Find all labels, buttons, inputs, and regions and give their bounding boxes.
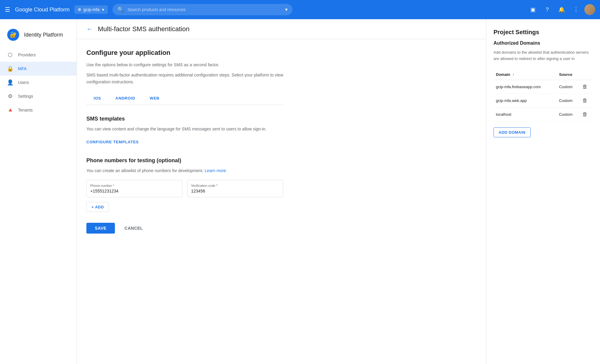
domain-cell: gcip-mfa.web.app <box>494 94 556 107</box>
content-body: Configure your application Use the optio… <box>77 39 293 243</box>
project-dot-icon <box>78 8 81 11</box>
sidebar-navigation: ⬡ Providers 🔒 MFA 👤 Users ⚙ Settings 🔺 T… <box>0 48 76 117</box>
configure-desc2: SMS based multi-factor authentication re… <box>86 72 283 85</box>
table-row: gcip-mfa.firebaseapp.com Custom 🗑 <box>494 80 593 94</box>
help-button[interactable]: ? <box>541 4 553 16</box>
table-row: localhost Custom 🗑 <box>494 107 593 121</box>
platform-tabs: IOS ANDROID WEB <box>86 92 283 105</box>
configure-title: Configure your application <box>86 49 283 57</box>
sms-templates-title: SMS templates <box>86 116 283 122</box>
sort-icon: ↑ <box>512 73 514 77</box>
mfa-icon: 🔒 <box>7 65 13 72</box>
user-avatar[interactable] <box>584 4 595 15</box>
add-phone-button[interactable]: + ADD <box>86 202 109 212</box>
source-cell: Custom <box>556 94 580 107</box>
domain-table-body: gcip-mfa.firebaseapp.com Custom 🗑 gcip-m… <box>494 80 593 121</box>
sms-templates-section: SMS templates You can view content and c… <box>86 116 283 146</box>
verification-code-label: Verification code * <box>191 184 279 187</box>
domain-cell: localhost <box>494 107 556 121</box>
tab-web[interactable]: WEB <box>142 92 167 105</box>
sidebar-header: 🔐 Identity Platform <box>0 24 76 48</box>
actions-column-header <box>580 69 593 80</box>
notifications-button[interactable]: 🔔 <box>556 4 568 16</box>
configure-desc1: Use the options below to configure setti… <box>86 61 283 68</box>
tab-android[interactable]: ANDROID <box>108 92 142 105</box>
cancel-button[interactable]: CANCEL <box>122 223 145 234</box>
sidebar-title: Identity Platform <box>24 32 63 38</box>
action-buttons: SAVE CANCEL <box>86 223 283 234</box>
sidebar-item-users[interactable]: 👤 Users <box>0 76 76 89</box>
learn-more-link[interactable]: Learn more <box>205 168 226 173</box>
top-navigation: ☰ Google Cloud Platform gcip-mfa ▾ 🔍 ▾ ▣… <box>0 0 600 19</box>
sidebar-item-providers[interactable]: ⬡ Providers <box>0 48 76 62</box>
more-button[interactable]: ⋮ <box>570 4 582 16</box>
phone-number-field: Phone number * <box>86 180 182 197</box>
phone-number-input-wrap: Phone number * <box>86 180 182 197</box>
sidebar-item-label-settings: Settings <box>18 94 33 99</box>
project-name: gcip-mfa <box>83 7 100 12</box>
verification-code-input-wrap: Verification code * <box>187 180 283 197</box>
sidebar-item-settings[interactable]: ⚙ Settings <box>0 89 76 103</box>
app-name: Google Cloud Platform <box>15 7 70 13</box>
domain-cell: gcip-mfa.firebaseapp.com <box>494 80 556 94</box>
add-domain-button[interactable]: ADD DOMAIN <box>494 127 531 137</box>
phone-testing-title: Phone numbers for testing (optional) <box>86 157 283 164</box>
authorized-domains-title: Authorized Domains <box>494 40 593 46</box>
source-cell: Custom <box>556 107 580 121</box>
search-bar[interactable]: 🔍 ▾ <box>112 4 292 15</box>
tab-ios[interactable]: IOS <box>86 92 108 105</box>
verification-code-input[interactable] <box>191 189 279 193</box>
page-title: Multi-factor SMS authentication <box>98 25 190 33</box>
project-selector[interactable]: gcip-mfa ▾ <box>74 5 108 14</box>
users-icon: 👤 <box>7 79 13 86</box>
providers-icon: ⬡ <box>7 52 13 58</box>
phone-testing-desc: You can create an allowlist of phone num… <box>86 167 283 174</box>
delete-domain-button[interactable]: 🗑 <box>582 97 588 103</box>
right-panel: Project Settings Authorized Domains Add … <box>486 19 600 364</box>
source-cell: Custom <box>556 80 580 94</box>
project-settings-title: Project Settings <box>494 29 593 36</box>
settings-icon: ⚙ <box>7 93 13 100</box>
search-expand-icon[interactable]: ▾ <box>285 6 288 13</box>
phone-testing-section: Phone numbers for testing (optional) You… <box>86 157 283 212</box>
configure-templates-button[interactable]: CONFIGURE TEMPLATES <box>86 137 139 147</box>
sms-templates-desc: You can view content and change the lang… <box>86 126 283 132</box>
project-chevron-icon: ▾ <box>102 7 104 12</box>
authorized-domains-desc: Add domains to the allowlist that authen… <box>494 49 593 62</box>
table-row: gcip-mfa.web.app Custom 🗑 <box>494 94 593 107</box>
content-header: ← Multi-factor SMS authentication <box>77 19 486 39</box>
phone-fields: Phone number * Verification code * <box>86 180 283 197</box>
main-content: ← Multi-factor SMS authentication Config… <box>77 19 486 364</box>
back-button[interactable]: ← <box>86 25 93 33</box>
tenants-icon: 🔺 <box>7 107 13 113</box>
domains-table: Domain ↑ Source gcip-mfa.firebaseapp.com… <box>494 69 593 121</box>
nav-icons: ▣ ? 🔔 ⋮ <box>527 4 595 16</box>
domain-column-header: Domain ↑ <box>494 69 556 80</box>
save-button[interactable]: SAVE <box>86 223 115 234</box>
sidebar-item-label-providers: Providers <box>18 52 36 57</box>
sidebar: 🔐 Identity Platform ⬡ Providers 🔒 MFA 👤 … <box>0 19 77 364</box>
phone-number-label: Phone number * <box>90 184 178 187</box>
delete-domain-button[interactable]: 🗑 <box>582 111 588 117</box>
sidebar-item-tenants[interactable]: 🔺 Tenants <box>0 103 76 117</box>
sidebar-item-label-mfa: MFA <box>18 66 27 71</box>
source-column-header: Source <box>556 69 580 80</box>
sidebar-item-mfa[interactable]: 🔒 MFA <box>0 62 76 76</box>
sidebar-item-label-users: Users <box>18 80 29 85</box>
phone-number-input[interactable] <box>90 189 178 193</box>
terminal-button[interactable]: ▣ <box>527 4 539 16</box>
avatar-image <box>584 4 595 15</box>
search-input[interactable] <box>128 7 281 12</box>
delete-domain-button[interactable]: 🗑 <box>582 84 588 90</box>
app-layout: 🔐 Identity Platform ⬡ Providers 🔒 MFA 👤 … <box>0 19 600 364</box>
sidebar-logo-icon: 🔐 <box>7 29 19 41</box>
hamburger-menu[interactable]: ☰ <box>5 6 10 13</box>
search-icon: 🔍 <box>117 6 124 13</box>
sidebar-item-label-tenants: Tenants <box>18 108 33 112</box>
verification-code-field: Verification code * <box>187 180 283 197</box>
